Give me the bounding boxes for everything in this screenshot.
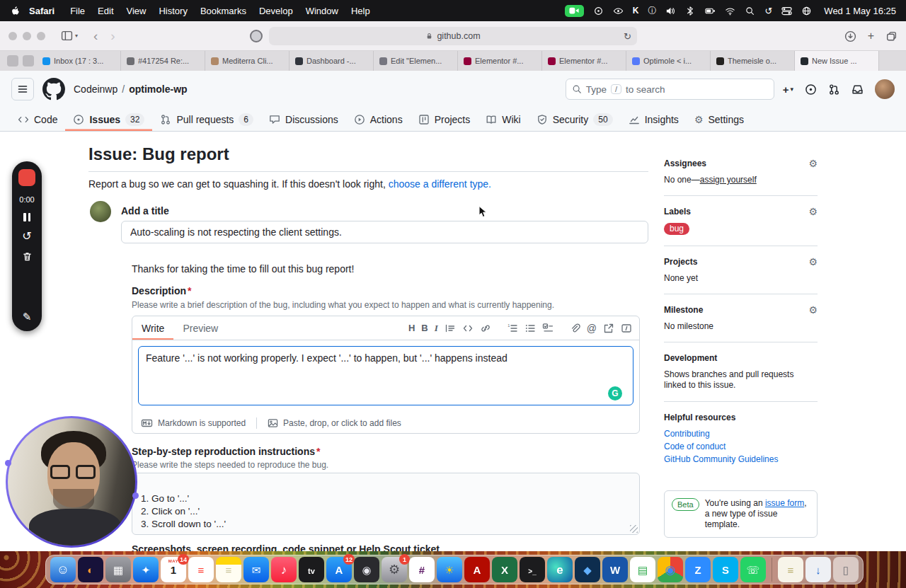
reload-icon[interactable]: ↻ — [624, 31, 631, 42]
dock-icon-app-store[interactable]: A 12 — [326, 557, 352, 582]
resource-link[interactable]: Contributing — [664, 429, 818, 439]
tab-projects[interactable]: Projects — [411, 108, 478, 131]
dock-icon-launchpad[interactable]: ▦ — [105, 557, 131, 582]
gear-icon[interactable]: ⚙ — [808, 257, 818, 267]
grammarly-icon[interactable]: G — [608, 386, 622, 400]
dock-icon-mail[interactable]: ✉ — [243, 557, 269, 582]
quote-icon[interactable] — [445, 323, 456, 334]
description-textarea[interactable]: Feature '...' is not working properly. I… — [138, 346, 633, 405]
browser-tab[interactable]: Themeisle o... — [711, 51, 795, 71]
bluetooth-icon[interactable] — [685, 6, 696, 16]
dock-icon-whatsapp[interactable]: ☏ — [740, 557, 766, 582]
control-center-icon[interactable] — [781, 6, 792, 16]
issue-form-link[interactable]: issue form — [765, 498, 804, 508]
bullet-list-icon[interactable] — [524, 323, 536, 334]
tab-code[interactable]: Code — [10, 108, 65, 131]
inbox-icon[interactable] — [851, 83, 864, 96]
pinned-tab-icon[interactable] — [23, 55, 34, 67]
browser-tab[interactable]: Elementor #... — [458, 51, 542, 71]
breadcrumb-org[interactable]: Codeinwp — [74, 83, 117, 95]
bug-label[interactable]: bug — [664, 223, 689, 235]
paste-files-note[interactable]: Paste, drop, or click to add files — [283, 418, 401, 428]
resize-grip[interactable] — [630, 525, 638, 533]
dock-icon-firefox[interactable]: ◐ — [78, 557, 103, 582]
delete-recording-icon[interactable] — [22, 251, 33, 262]
keyboard-maestro-icon[interactable]: K — [633, 6, 639, 16]
pinned-tab-icon[interactable] — [7, 55, 18, 67]
create-new-button[interactable]: +▾ — [783, 83, 793, 96]
dock-icon-word[interactable]: W — [602, 557, 628, 582]
stop-recording-button[interactable] — [18, 169, 35, 186]
pause-recording-button[interactable] — [23, 213, 30, 221]
dock-icon-reminders[interactable]: ≡ — [188, 557, 214, 582]
tab-overview-icon[interactable] — [885, 30, 898, 42]
forward-button[interactable]: › — [110, 29, 115, 42]
preview-tab[interactable]: Preview — [173, 316, 227, 340]
close-window-button[interactable] — [8, 32, 17, 40]
dock-icon-weather[interactable]: ☀ — [437, 557, 462, 582]
github-logo[interactable] — [42, 78, 65, 100]
downloads-icon[interactable] — [844, 30, 856, 42]
bold-icon[interactable]: B — [421, 323, 428, 333]
mention-icon[interactable]: @ — [587, 323, 597, 334]
tab-security[interactable]: Security50 — [529, 108, 621, 131]
tab-actions[interactable]: Actions — [346, 108, 411, 131]
menubar-item[interactable]: View — [127, 6, 147, 16]
gear-icon[interactable]: ⚙ — [808, 158, 818, 168]
choose-different-type-link[interactable]: choose a different type. — [389, 178, 491, 190]
tab-discussions[interactable]: Discussions — [261, 108, 346, 131]
browser-tab[interactable]: Inbox (17 : 3... — [37, 51, 121, 71]
dock-icon-excel[interactable]: X — [492, 557, 517, 582]
webcam-bubble[interactable] — [6, 416, 137, 548]
browser-tab[interactable]: New Issue ... — [795, 51, 879, 71]
gear-icon[interactable]: ⚙ — [808, 305, 818, 315]
sidebar-chevron-icon[interactable]: ▾ — [75, 33, 78, 39]
dock-icon-notes[interactable]: ≡ — [216, 557, 241, 582]
link-icon[interactable] — [480, 323, 491, 334]
breadcrumb-repo[interactable]: optimole-wp — [129, 83, 187, 95]
menubar-item[interactable]: File — [70, 6, 85, 16]
battery-icon[interactable] — [705, 6, 716, 16]
steps-textarea[interactable]: 1. Go to '...' 2. Click on '...' 3. Scro… — [132, 473, 640, 535]
dock-icon-safari[interactable]: ✦ — [133, 557, 159, 582]
tab-wiki[interactable]: Wiki — [478, 108, 528, 131]
volume-icon[interactable] — [665, 6, 676, 16]
info-icon[interactable]: ⓘ — [648, 5, 656, 17]
assign-yourself-link[interactable]: assign yourself — [700, 175, 757, 185]
gear-icon[interactable]: ⚙ — [808, 207, 818, 217]
heading-icon[interactable]: H — [408, 323, 415, 333]
dock-icon-finder[interactable]: ☺ — [50, 557, 76, 582]
resource-link[interactable]: Code of conduct — [664, 442, 818, 451]
italic-icon[interactable]: I — [435, 323, 438, 334]
write-tab[interactable]: Write — [132, 316, 173, 340]
dock-icon-downloads[interactable]: ↓ — [805, 557, 831, 582]
commenter-avatar[interactable] — [90, 201, 111, 222]
dock-icon-dev-app[interactable]: ◆ — [575, 557, 600, 582]
dock-icon-apple-tv[interactable]: tv — [299, 557, 324, 582]
dock-icon-terminal[interactable]: >_ — [520, 557, 545, 582]
back-button[interactable]: ‹ — [93, 29, 98, 42]
dock-icon-camera-app[interactable]: ◉ — [354, 557, 379, 582]
menubar-item[interactable]: Edit — [98, 6, 113, 16]
draw-pen-icon[interactable]: ✎ — [23, 311, 32, 322]
user-avatar[interactable] — [875, 79, 895, 99]
dock-icon-chrome[interactable]: ◉ — [658, 557, 683, 582]
dock-icon-numbers[interactable]: ▤ — [630, 557, 655, 582]
menubar-item[interactable]: Help — [351, 6, 370, 16]
eye-icon[interactable] — [613, 6, 624, 16]
dock-icon-acrobat[interactable]: A — [464, 557, 490, 582]
browser-tab[interactable]: Optimole < i... — [626, 51, 711, 71]
markdown-note[interactable]: Markdown is supported — [158, 418, 246, 428]
browser-tab[interactable]: Dashboard -... — [289, 51, 374, 71]
tab-issues[interactable]: Issues32 — [65, 108, 152, 131]
sidebar-toggle-icon[interactable] — [61, 30, 73, 42]
menubar-item[interactable]: Bookmarks — [200, 6, 246, 16]
minimize-window-button[interactable] — [23, 32, 31, 40]
menubar-app-name[interactable]: Safari — [29, 6, 55, 16]
apple-logo-icon[interactable] — [10, 6, 21, 16]
screen-recording-indicator[interactable] — [565, 5, 584, 17]
new-tab-button[interactable]: + — [868, 30, 874, 42]
loom-icon[interactable] — [593, 6, 604, 16]
time-machine-icon[interactable]: ↺ — [764, 6, 772, 16]
dock-icon-trash[interactable]: ▯ — [833, 557, 859, 582]
